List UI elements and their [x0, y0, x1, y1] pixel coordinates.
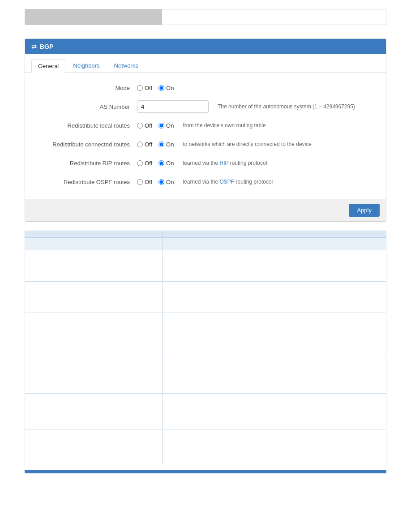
- as-number-control: The number of the autonomous system (1 –…: [137, 100, 377, 113]
- table-row: [25, 313, 386, 353]
- redistribute-ospf-on-label[interactable]: On: [158, 179, 174, 185]
- table-header-row: [25, 231, 386, 238]
- redistribute-connected-help: to networks which are directly connected…: [183, 141, 311, 147]
- table-row: [25, 250, 386, 282]
- mode-radio-group: Off On: [137, 85, 174, 91]
- redistribute-rip-label: Redistribute RIP routes: [34, 160, 137, 167]
- redistribute-connected-label: Redistribute connected routes: [34, 141, 137, 148]
- bgp-card-header: ⇄ BGP: [25, 39, 386, 54]
- card-footer: Apply: [25, 199, 386, 221]
- table-header-col1: [25, 231, 163, 238]
- form-section: Mode Off On: [25, 73, 386, 199]
- table-cell-6-1: [25, 429, 163, 465]
- ospf-link[interactable]: OSPF: [220, 179, 235, 185]
- redistribute-connected-off-label[interactable]: Off: [137, 141, 152, 148]
- exchange-icon: ⇄: [31, 43, 37, 50]
- table-cell-2-1: [25, 282, 163, 313]
- redistribute-rip-control: Off On learned via the RIP routing proto…: [137, 160, 377, 167]
- progress-bar-fill: [25, 9, 162, 25]
- tab-general[interactable]: General: [31, 59, 65, 73]
- page-wrapper: ⇄ BGP General Neighbors Networks M: [0, 0, 411, 532]
- table-subheader-row: [25, 238, 386, 250]
- tab-networks[interactable]: Networks: [107, 59, 145, 72]
- redistribute-ospf-control: Off On learned via the OSPF routing prot…: [137, 179, 377, 185]
- redistribute-ospf-radio-group: Off On: [137, 179, 174, 185]
- table-cell-5-2: [162, 394, 386, 429]
- form-row-redistribute-ospf: Redistribute OSPF routes Off On: [34, 176, 377, 188]
- redistribute-connected-on-label[interactable]: On: [158, 141, 174, 148]
- table-row: [25, 353, 386, 394]
- table-subheader-col2: [162, 238, 386, 250]
- redistribute-connected-on-radio[interactable]: [158, 142, 164, 147]
- redistribute-rip-off-label[interactable]: Off: [137, 160, 152, 167]
- form-row-mode: Mode Off On: [34, 82, 377, 94]
- table-row: [25, 282, 386, 313]
- mode-off-radio[interactable]: [137, 85, 143, 91]
- form-row-redistribute-connected: Redistribute connected routes Off On: [34, 138, 377, 150]
- redistribute-local-label: Redistribute local routes: [34, 122, 137, 129]
- data-table: [25, 231, 386, 465]
- bgp-card: ⇄ BGP General Neighbors Networks M: [25, 39, 386, 222]
- rip-link[interactable]: RIP: [220, 160, 229, 166]
- table-cell-1-1: [25, 250, 163, 282]
- as-number-label: AS Number: [34, 103, 137, 110]
- redistribute-local-on-label[interactable]: On: [158, 122, 174, 129]
- table-cell-4-2: [162, 353, 386, 394]
- mode-control: Off On: [137, 85, 377, 91]
- redistribute-connected-control: Off On to networks which are directly co…: [137, 141, 377, 148]
- table-header-col2: [162, 231, 386, 238]
- redistribute-connected-off-radio[interactable]: [137, 142, 143, 147]
- redistribute-local-off-label[interactable]: Off: [137, 122, 152, 129]
- apply-button[interactable]: Apply: [349, 204, 380, 217]
- table-cell-3-2: [162, 313, 386, 353]
- table-row: [25, 429, 386, 465]
- mode-off-label[interactable]: Off: [137, 85, 152, 91]
- redistribute-ospf-on-radio[interactable]: [158, 179, 164, 185]
- progress-bar-container: [25, 9, 386, 25]
- table-row: [25, 394, 386, 429]
- redistribute-ospf-help: learned via the OSPF routing protocol: [183, 179, 273, 185]
- tab-neighbors[interactable]: Neighbors: [66, 59, 106, 72]
- bgp-card-body: General Neighbors Networks Mode: [25, 54, 386, 221]
- mode-label: Mode: [34, 85, 137, 91]
- bgp-card-title: BGP: [40, 43, 53, 50]
- table-cell-6-2: [162, 429, 386, 465]
- form-row-redistribute-rip: Redistribute RIP routes Off On: [34, 157, 377, 169]
- table-cell-3-1: [25, 313, 163, 353]
- table-cell-5-1: [25, 394, 163, 429]
- mode-on-label[interactable]: On: [158, 85, 174, 91]
- table-cell-4-1: [25, 353, 163, 394]
- as-number-input[interactable]: [137, 100, 209, 113]
- form-row-redistribute-local: Redistribute local routes Off On: [34, 119, 377, 132]
- redistribute-local-control: Off On from the device's own routing tab…: [137, 122, 377, 129]
- redistribute-rip-on-label[interactable]: On: [158, 160, 174, 167]
- redistribute-local-off-radio[interactable]: [137, 123, 143, 129]
- redistribute-ospf-label: Redistribute OSPF routes: [34, 179, 137, 185]
- redistribute-connected-radio-group: Off On: [137, 141, 174, 148]
- redistribute-rip-radio-group: Off On: [137, 160, 174, 167]
- mode-on-radio[interactable]: [158, 85, 164, 91]
- bottom-bar: [25, 470, 386, 473]
- redistribute-ospf-off-radio[interactable]: [137, 179, 143, 185]
- tabs: General Neighbors Networks: [25, 54, 386, 73]
- redistribute-rip-off-radio[interactable]: [137, 160, 143, 166]
- redistribute-local-radio-group: Off On: [137, 122, 174, 129]
- table-subheader-col1: [25, 238, 163, 250]
- form-row-as-number: AS Number The number of the autonomous s…: [34, 100, 377, 113]
- redistribute-ospf-off-label[interactable]: Off: [137, 179, 152, 185]
- as-number-help: The number of the autonomous system (1 –…: [218, 103, 355, 110]
- redistribute-rip-on-radio[interactable]: [158, 160, 164, 166]
- redistribute-local-on-radio[interactable]: [158, 123, 164, 129]
- table-cell-2-2: [162, 282, 386, 313]
- table-cell-1-2: [162, 250, 386, 282]
- redistribute-local-help: from the device's own routing table: [183, 122, 265, 129]
- redistribute-rip-help: learned via the RIP routing protocol: [183, 160, 267, 166]
